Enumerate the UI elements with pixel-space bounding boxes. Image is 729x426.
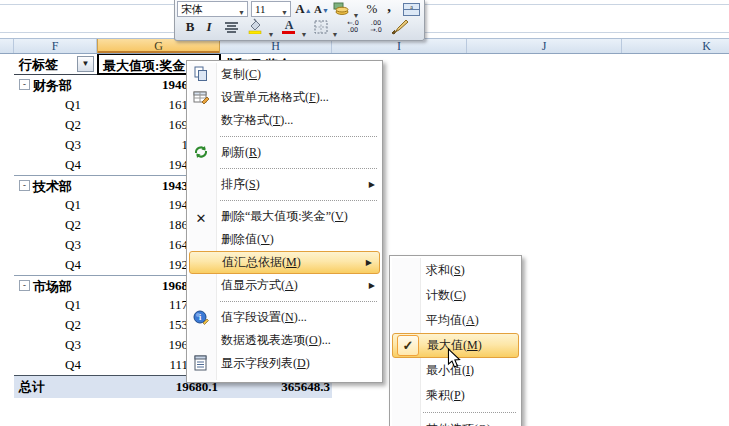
context-menu-item-label: 删除值(V) [221,232,274,246]
decrease-decimal-icon: ←.0.00 [342,20,364,33]
context-menu-item-pivottable-options[interactable]: 数据透视表选项(O)... [187,329,382,352]
column-header-F[interactable]: F [14,39,97,53]
row-label: 技术部 [33,178,72,196]
context-menu-item-label: 值显示方式(A) [221,278,298,292]
context-menu-item-label: 值汇总依据(M) [222,255,301,269]
row-label: Q1 [65,197,81,213]
chevron-down-icon: ▼ [332,31,339,39]
down-arrow-icon: ▼ [322,7,329,15]
context-menu-item-delete-values[interactable]: 删除值(V) [187,228,382,251]
increase-decimal-icon: .00→.0 [365,20,387,33]
column-header-partial[interactable] [0,39,14,53]
grow-font-button[interactable]: A▲ [295,1,312,17]
chevron-down-icon: ▼ [301,31,308,39]
percent-style-button[interactable]: % [363,1,381,17]
check-icon: ✓ [397,335,419,356]
value-header-1: 最大值项:奖金 [103,57,185,75]
row-label: Q3 [65,237,81,253]
format-painter-button[interactable] [389,18,411,39]
coins-icon [333,2,349,19]
row-value: 153 [97,317,188,333]
context-menu-item-sort[interactable]: 排序(S)▶ [187,173,382,196]
submenu-arrow-icon: ▶ [366,252,372,273]
row-label: Q2 [65,117,81,133]
row-value: 1968 [97,278,188,294]
row-label: Q2 [65,217,81,233]
context-menu: 复制(C)设置单元格格式(F)...数字格式(T)...刷新(R)排序(S)▶✕… [186,60,383,383]
submenu-item-sum[interactable]: 求和(S) [390,258,521,283]
row-value: 1943 [97,178,188,194]
context-menu-item-show-field-list[interactable]: 显示字段列表(D) [187,352,382,375]
submenu-item-count[interactable]: 计数(C) [390,283,521,308]
row-value: 192 [97,257,188,273]
submenu-item-more-options[interactable]: 其他选项(O)... [390,417,521,426]
collapse-button[interactable]: - [19,180,30,191]
context-menu-item-label: 复制(C) [221,67,261,81]
borders-icon [314,20,328,37]
context-menu-item-summarize-values-by[interactable]: 值汇总依据(M)▶ [189,251,380,274]
format-cells-icon [192,89,210,106]
context-menu-separator [187,132,382,141]
context-menu-item-number-format[interactable]: 数字格式(T)... [187,109,382,132]
italic-button[interactable]: I [203,19,215,35]
filter-dropdown-button[interactable]: ▼ [77,56,94,72]
chevron-down-icon: ▼ [268,31,275,39]
mini-toolbar: 宋体 ▼ 11 ▼ A▲ A▼ ▼ % , a B I ▼ A ▼ ▼ ←.0.… [174,0,425,41]
bold-button[interactable]: B [183,19,197,35]
row-labels-header[interactable]: 行标签 [19,56,58,74]
column-header-G[interactable]: G [97,39,220,53]
font-color-button[interactable]: A [279,18,299,33]
context-menu-separator [187,196,382,205]
submenu-item-label: 乘积(P) [426,388,465,402]
context-menu-item-delete-field[interactable]: ✕删除“最大值项:奖金”(V) [187,205,382,228]
fill-color-dropdown[interactable]: ▼ [267,23,275,41]
center-align-button[interactable] [221,20,241,38]
fill-color-button[interactable] [245,18,265,38]
shrink-font-button[interactable]: A▼ [314,3,329,15]
row-label: Q1 [65,297,81,313]
row-value: 111 [97,357,188,373]
context-menu-item-format-cells[interactable]: 设置单元格格式(F)... [187,86,382,109]
merge-center-icon: a [403,2,420,19]
column-header-K[interactable]: K [622,39,729,53]
context-menu-item-label: 数据透视表选项(O)... [221,333,331,347]
borders-dropdown[interactable]: ▼ [331,23,339,41]
collapse-button[interactable]: - [19,280,30,291]
context-menu-item-label: 设置单元格格式(F)... [221,90,329,104]
row-value: 169 [97,117,188,133]
context-menu-item-label: 值字段设置(N)... [221,310,307,324]
column-header-H[interactable]: H [220,39,332,53]
column-header-I[interactable]: I [332,39,467,53]
submenu-item-label: 其他选项(O)... [426,422,500,426]
row-label: Q2 [65,317,81,333]
row-label: Q3 [65,137,81,153]
context-menu-item-refresh[interactable]: 刷新(R) [187,141,382,164]
submenu-item-label: 计数(C) [426,288,466,302]
context-menu-item-label: 排序(S) [221,177,260,191]
column-header-J[interactable]: J [467,39,622,53]
font-size-box[interactable]: 11 ▼ [251,1,291,17]
value-field-settings-icon: i [192,309,210,326]
submenu-item-average[interactable]: 平均值(A) [390,308,521,333]
context-menu-item-show-values-as[interactable]: 值显示方式(A)▶ [187,274,382,297]
row-value: 186 [97,217,188,233]
submenu-separator [390,408,521,417]
font-color-bar-icon [282,31,295,34]
comma-style-button[interactable]: , [383,0,395,15]
collapse-button[interactable]: - [19,79,30,90]
borders-button[interactable] [312,20,330,38]
accounting-format-button[interactable] [331,1,351,20]
context-menu-separator [187,164,382,173]
row-label: Q4 [65,257,81,273]
row-label: Q4 [65,357,81,373]
font-color-dropdown[interactable]: ▼ [300,23,308,41]
context-menu-item-value-field-settings[interactable]: i值字段设置(N)... [187,306,382,329]
row-value: 117 [97,297,188,313]
submenu-item-product[interactable]: 乘积(P) [390,383,521,408]
row-label: 市场部 [33,278,72,296]
context-menu-item-label: 数字格式(T)... [221,113,293,127]
row-value: 161 [97,97,188,113]
context-menu-item-copy[interactable]: 复制(C) [187,63,382,86]
font-name-box[interactable]: 宋体 ▼ [177,1,248,17]
row-value: 164 [97,237,188,253]
